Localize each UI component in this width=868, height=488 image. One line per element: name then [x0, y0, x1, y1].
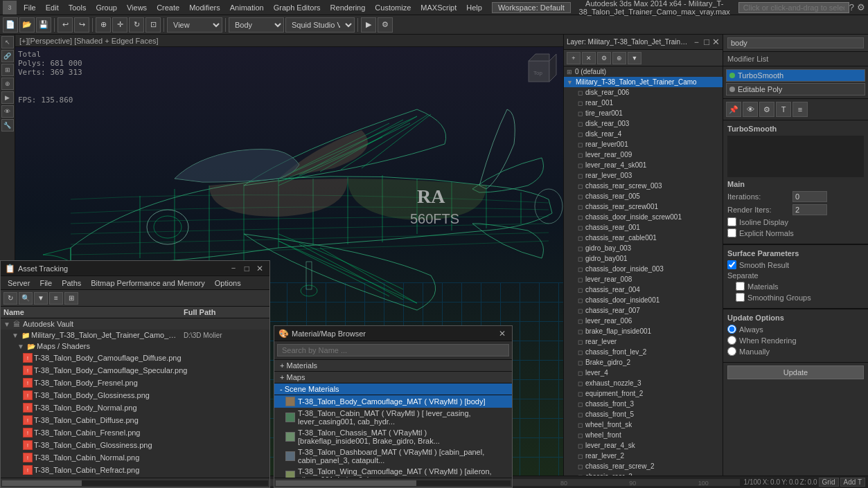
at-scroll-thumb[interactable]	[2, 480, 82, 486]
always-radio[interactable]	[727, 325, 736, 334]
layer-main[interactable]: ▼ Military_T-38_Talon_Jet_Trainer_Camo	[564, 77, 723, 87]
at-hscrollbar[interactable]	[1, 478, 269, 487]
mb-materials-section[interactable]: + Materials	[274, 360, 512, 372]
mb-search-input[interactable]	[277, 344, 509, 356]
body-dropdown[interactable]: Body	[229, 17, 284, 33]
layer-item-chassis-rear-screw-003[interactable]: ◻ chassis_rear_screw_003	[564, 181, 723, 191]
select-tool[interactable]: ↖	[1, 36, 14, 48]
menu-customize[interactable]: Customize	[371, 3, 415, 12]
mod-show-btn[interactable]: 👁	[743, 102, 758, 117]
layer-item-chassis-rear-005[interactable]: ◻ chassis_rear_005	[564, 191, 723, 201]
menu-graph-editors[interactable]: Graph Editors	[269, 3, 325, 12]
layer-item-gidro-bay001[interactable]: ◻ gidro_bay001	[564, 253, 723, 264]
at-paths[interactable]: Paths	[57, 278, 85, 288]
mb-cabin-mat[interactable]: T-38_Talon_Cabin_MAT ( VRayMtl ) [ lever…	[274, 408, 512, 427]
materials-checkbox[interactable]	[736, 282, 745, 291]
at-close-btn[interactable]: ✕	[254, 264, 265, 273]
isoline-checkbox[interactable]	[727, 217, 736, 226]
at-vault-row[interactable]: ▼ 🏛 Autodesk Vault	[1, 318, 269, 329]
menu-file[interactable]: File	[19, 3, 40, 12]
scale-btn[interactable]: ⊡	[145, 17, 161, 33]
layers-new[interactable]: +	[567, 52, 581, 64]
explicit-checkbox[interactable]	[727, 228, 736, 237]
squid-dropdown[interactable]: Squid Studio V	[285, 17, 355, 33]
workspace-dropdown[interactable]: Workspace: Default	[492, 2, 571, 13]
mod-extra-btn[interactable]: ≡	[792, 102, 808, 117]
layer-item-chassis-rear-007[interactable]: ◻ chassis_rear_007	[564, 305, 723, 316]
mb-dashboard-mat[interactable]: T-38_Talon_Dashboard_MAT ( VRayMtl ) [ca…	[274, 446, 512, 466]
layers-expand[interactable]: ▼	[628, 52, 641, 64]
at-search-btn[interactable]: 🔍	[19, 292, 33, 305]
iterations-input[interactable]: 0	[792, 191, 827, 202]
menu-edit[interactable]: Edit	[42, 3, 63, 12]
menu-rendering[interactable]: Rendering	[326, 3, 370, 12]
at-file-body-glossiness[interactable]: ! T-38_Talon_Body_Glossiness.png	[1, 389, 269, 401]
render-btn[interactable]: ▶	[361, 17, 376, 33]
layer-item-lever-rear-4-sk[interactable]: ◻ lever_rear_4_sk	[564, 440, 723, 451]
at-expand-btn[interactable]: ▼	[34, 292, 48, 305]
display-tool[interactable]: 👁	[1, 105, 14, 118]
at-file[interactable]: File	[35, 278, 56, 288]
layer-item-rear-001[interactable]: ◻ rear_001	[564, 98, 723, 108]
smooth-result-checkbox[interactable]	[727, 260, 736, 269]
smoothing-groups-checkbox[interactable]	[736, 293, 745, 302]
editable-poly-modifier[interactable]: Editable Poly	[726, 83, 865, 96]
at-grid-btn[interactable]: ⊞	[64, 292, 78, 305]
mb-scrollbar[interactable]	[274, 478, 512, 487]
at-file-cabin-refract[interactable]: ! T-38_Talon_Cabin_Refract.png	[1, 464, 269, 476]
at-options[interactable]: Options	[211, 278, 245, 288]
nav-cube[interactable]: Top	[518, 51, 560, 92]
menu-group[interactable]: Group	[91, 3, 121, 12]
menu-create[interactable]: Create	[152, 3, 184, 12]
layer-item-rear-lever-2[interactable]: ◻ rear_lever_2	[564, 451, 723, 461]
at-file-cabin-normal[interactable]: ! T-38_Talon_Cabin_Normal.png	[1, 451, 269, 464]
at-refresh-btn[interactable]: ↻	[3, 292, 17, 305]
layer-item-chassis-door-inside001[interactable]: ◻ chassis_door_inside001	[564, 295, 723, 305]
menu-help[interactable]: Help	[462, 3, 486, 12]
layer-item-chassis-door-inside-003[interactable]: ◻ chassis_door_inside_003	[564, 264, 723, 274]
mb-scene-materials-section[interactable]: - Scene Materials	[274, 383, 512, 395]
menu-maxscript[interactable]: MAXScript	[416, 3, 461, 12]
utils-tool[interactable]: 🔧	[1, 119, 14, 132]
mb-scroll-thumb[interactable]	[276, 480, 416, 486]
when-rendering-radio[interactable]	[727, 336, 736, 345]
layers-delete[interactable]: ✕	[582, 52, 596, 64]
grid-btn[interactable]: Grid	[819, 478, 839, 487]
at-file-camouflage-specular[interactable]: ! T-38_Talon_Body_Camouflage_Specular.pn…	[1, 364, 269, 377]
menu-tools[interactable]: Tools	[64, 3, 91, 12]
view-dropdown[interactable]: View	[167, 17, 222, 33]
layer-item-chassis-rear-3[interactable]: ◻ chassis_rear_3	[564, 471, 723, 476]
select-btn[interactable]: ⊕	[96, 17, 111, 33]
mb-close-btn[interactable]: ✕	[497, 329, 508, 338]
at-list[interactable]: ▼ 🏛 Autodesk Vault ▼ 📁 Military_T-38_Tal…	[1, 318, 269, 478]
layer-item-disk-rear-003[interactable]: ◻ disk_rear_003	[564, 118, 723, 129]
at-file-cabin-fresnel[interactable]: ! T-38_Talon_Cabin_Fresnel.png	[1, 426, 269, 439]
at-bitmap-perf[interactable]: Bitmap Performance and Memory	[87, 278, 209, 288]
layer-item-disk-rear-4[interactable]: ◻ disk_rear_4	[564, 129, 723, 139]
redo-btn[interactable]: ↪	[74, 17, 89, 33]
at-maps-row[interactable]: ▼ 📂 Maps / Shaders	[1, 341, 269, 352]
bind-tool[interactable]: ⊞	[1, 64, 14, 76]
layer-item-wheel-front-sk[interactable]: ◻ wheel_front_sk	[564, 419, 723, 430]
menu-modifiers[interactable]: Modifiers	[185, 3, 224, 12]
render-iters-input[interactable]: 2	[792, 204, 827, 215]
new-btn[interactable]: 📄	[3, 17, 18, 33]
layer-item-exhaust-nozzle-3[interactable]: ◻ exhaust_nozzle_3	[564, 378, 723, 388]
at-file-cabin-glossiness[interactable]: ! T-38_Talon_Cabin_Glossiness.png	[1, 439, 269, 451]
help-icon[interactable]: ?	[849, 2, 854, 12]
at-file-body-normal[interactable]: ! T-38_Talon_Body_Normal.png	[1, 401, 269, 414]
layer-item-chassis-rear-cable001[interactable]: ◻ chassis_rear_cable001	[564, 233, 723, 243]
layer-item-chassis-rear-screw-2[interactable]: ◻ chassis_rear_screw_2	[564, 461, 723, 471]
save-btn[interactable]: 💾	[36, 17, 51, 33]
layers-settings[interactable]: ⚙	[597, 52, 611, 64]
rotate-btn[interactable]: ↻	[129, 17, 144, 33]
layer-item-chassis-rear-screw001[interactable]: ◻ chassis_rear_screw001	[564, 201, 723, 212]
open-btn[interactable]: 📂	[19, 17, 35, 33]
layer-item-rear-lever[interactable]: ◻ rear_lever	[564, 336, 723, 347]
at-minimize-btn[interactable]: －	[227, 262, 240, 274]
layer-item-wheel-front[interactable]: ◻ wheel_front	[564, 430, 723, 440]
motion-tool[interactable]: ▶	[1, 91, 14, 104]
at-file-cabin-diffuse[interactable]: ! T-38_Talon_Cabin_Diffuse.png	[1, 414, 269, 426]
menu-animation[interactable]: Animation	[226, 3, 268, 12]
layer-item-lever-rear-009[interactable]: ◻ lever_rear_009	[564, 150, 723, 160]
